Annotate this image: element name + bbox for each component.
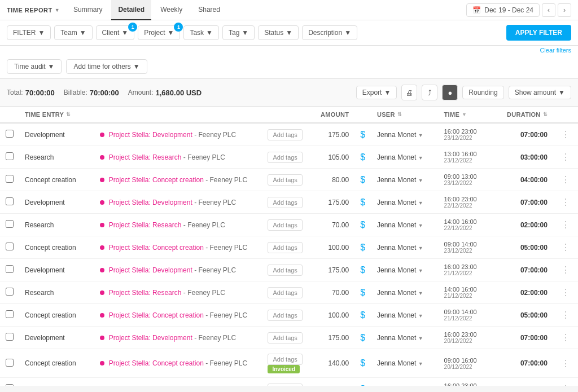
- row-checkbox[interactable]: [6, 288, 14, 296]
- more-options-button[interactable]: ⋮: [559, 197, 572, 208]
- project-link[interactable]: Project Stella: Concept creation: [109, 176, 204, 184]
- row-checkbox[interactable]: [6, 152, 14, 160]
- time-range-value: 16:00 23:00: [444, 263, 496, 270]
- export-button[interactable]: Export ▼: [356, 86, 397, 99]
- project-link[interactable]: Project Stella: Development: [109, 385, 192, 386]
- user-cell: Jenna Monet ▼: [371, 123, 439, 146]
- user-dropdown-icon[interactable]: ▼: [418, 361, 423, 367]
- project-link[interactable]: Project Stella: Research: [109, 289, 182, 297]
- time-header[interactable]: TIME ▼: [439, 107, 501, 123]
- project-link[interactable]: Project Stella: Development: [109, 131, 192, 139]
- app-title[interactable]: TIME REPORT ▼: [7, 7, 60, 14]
- row-checkbox[interactable]: [6, 243, 14, 250]
- project-link[interactable]: Project Stella: Concept creation: [109, 311, 204, 319]
- time-entry-header[interactable]: TIME ENTRY ⇅: [19, 107, 94, 123]
- row-checkbox[interactable]: [6, 310, 14, 318]
- row-checkbox[interactable]: [6, 333, 14, 341]
- more-options-button[interactable]: ⋮: [559, 265, 572, 275]
- show-amount-button[interactable]: Show amount ▼: [509, 86, 571, 99]
- user-dropdown-icon[interactable]: ▼: [418, 155, 423, 161]
- add-time-for-others-button[interactable]: Add time for others ▼: [66, 59, 147, 74]
- add-tags-button[interactable]: Add tags: [268, 287, 302, 298]
- add-tags-button[interactable]: Add tags: [268, 219, 302, 231]
- task-filter-button[interactable]: Task ▼: [183, 25, 219, 40]
- more-options-button[interactable]: ⋮: [559, 219, 572, 230]
- project-link[interactable]: Project Stella: Development: [109, 266, 192, 274]
- time-cell: 14:00 16:00 21/12/2022: [439, 281, 501, 304]
- user-dropdown-icon[interactable]: ▼: [418, 133, 423, 138]
- duration-header[interactable]: DURATION ⇅: [501, 107, 553, 123]
- time-audit-button[interactable]: Time audit ▼: [7, 59, 62, 74]
- row-checkbox[interactable]: [6, 220, 14, 228]
- share-button[interactable]: ⤴: [422, 85, 437, 100]
- amount-header[interactable]: AMOUNT: [310, 107, 354, 123]
- duration-cell: 05:00:00: [501, 304, 553, 327]
- user-dropdown-icon[interactable]: ▼: [418, 336, 423, 341]
- row-checkbox[interactable]: [6, 384, 14, 386]
- date-range-picker[interactable]: 📅 Dec 19 - Dec 24: [466, 3, 540, 17]
- user-dropdown-icon[interactable]: ▼: [418, 313, 423, 319]
- project-filter-button[interactable]: 1 Project ▼: [138, 25, 180, 40]
- add-tags-button[interactable]: Add tags: [268, 197, 302, 208]
- add-tags-button[interactable]: Add tags: [268, 152, 302, 163]
- apply-filter-button[interactable]: APPLY FILTER: [506, 25, 571, 41]
- team-filter-button[interactable]: Team ▼: [54, 25, 92, 40]
- more-options-button[interactable]: ⋮: [559, 129, 572, 140]
- tab-shared[interactable]: Shared: [191, 0, 227, 20]
- project-link[interactable]: Project Stella: Concept creation: [109, 244, 204, 252]
- user-dropdown-icon[interactable]: ▼: [418, 178, 423, 183]
- filter-main-button[interactable]: FILTER ▼: [7, 25, 51, 40]
- client-chevron-icon: ▼: [121, 29, 128, 37]
- project-link[interactable]: Project Stella: Research: [109, 221, 182, 229]
- more-options-button[interactable]: ⋮: [559, 287, 572, 298]
- print-button[interactable]: 🖨: [401, 85, 417, 100]
- project-link[interactable]: Project Stella: Concept creation: [109, 359, 204, 367]
- add-tags-button[interactable]: Add tags: [268, 265, 302, 276]
- description-filter-button[interactable]: Description ▼: [302, 25, 357, 40]
- project-link[interactable]: Project Stella: Development: [109, 199, 192, 206]
- more-options-button[interactable]: ⋮: [559, 152, 572, 162]
- add-tags-button[interactable]: Add tags: [268, 332, 302, 343]
- add-tags-button[interactable]: Add tags: [268, 310, 302, 321]
- user-dropdown-icon[interactable]: ▼: [418, 200, 423, 206]
- more-options-button[interactable]: ⋮: [559, 358, 572, 369]
- date-prev-button[interactable]: ‹: [542, 3, 555, 17]
- row-checkbox[interactable]: [6, 265, 14, 273]
- dot-status-button[interactable]: ●: [442, 85, 458, 100]
- more-options-button[interactable]: ⋮: [559, 332, 572, 343]
- more-options-button[interactable]: ⋮: [559, 384, 572, 386]
- row-checkbox[interactable]: [6, 359, 14, 367]
- add-tags-button[interactable]: Add tags: [268, 354, 302, 365]
- tab-detailed[interactable]: Detailed: [111, 0, 151, 20]
- date-next-button[interactable]: ›: [558, 3, 571, 17]
- time-range-value: 14:00 16:00: [444, 218, 496, 225]
- user-dropdown-icon[interactable]: ▼: [418, 245, 423, 251]
- more-options-button[interactable]: ⋮: [559, 174, 572, 185]
- tab-summary[interactable]: Summary: [67, 0, 109, 20]
- user-name: Jenna Monet: [377, 359, 416, 367]
- tag-filter-button[interactable]: Tag ▼: [222, 25, 255, 40]
- row-checkbox[interactable]: [6, 130, 14, 138]
- tab-weekly[interactable]: Weekly: [154, 0, 189, 20]
- rounding-button[interactable]: Rounding: [462, 86, 503, 99]
- status-filter-button[interactable]: Status ▼: [258, 25, 299, 40]
- row-checkbox[interactable]: [6, 197, 14, 205]
- more-options-button[interactable]: ⋮: [559, 242, 572, 253]
- clear-filters-link[interactable]: Clear filters: [0, 46, 578, 55]
- add-tags-button[interactable]: Add tags: [268, 129, 302, 140]
- row-checkbox[interactable]: [6, 175, 14, 183]
- user-dropdown-icon[interactable]: ▼: [418, 268, 423, 274]
- client-filter-button[interactable]: 1 Client ▼: [96, 25, 135, 40]
- project-link[interactable]: Project Stella: Research: [109, 153, 182, 161]
- add-tags-button[interactable]: Add tags: [268, 384, 302, 386]
- add-tags-button[interactable]: Add tags: [268, 174, 302, 186]
- user-dropdown-icon[interactable]: ▼: [418, 223, 423, 228]
- dollar-icon: $: [360, 220, 365, 230]
- duration-cell: 02:00:00: [501, 214, 553, 236]
- user-dropdown-icon[interactable]: ▼: [418, 290, 423, 296]
- more-options-button[interactable]: ⋮: [559, 310, 572, 320]
- project-link[interactable]: Project Stella: Development: [109, 334, 192, 342]
- add-tags-button[interactable]: Add tags: [268, 242, 302, 253]
- currency-cell: $: [354, 304, 371, 327]
- user-header[interactable]: USER ⇅: [371, 107, 439, 123]
